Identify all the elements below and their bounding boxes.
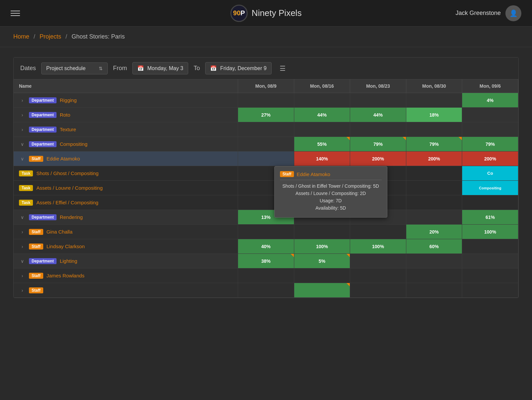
row-name-rigging: Rigging: [60, 97, 77, 103]
options-icon[interactable]: ☰: [280, 64, 286, 72]
badge-dept-lighting: Department: [29, 258, 57, 264]
cell-partial-w2: [294, 283, 350, 298]
breadcrumb-current: Ghost Stories: Paris: [71, 33, 125, 40]
expand-texture[interactable]: ›: [19, 126, 26, 133]
cell-eddie-w1: [238, 151, 294, 166]
name-cell-gina: › Staff Gina Challa: [14, 225, 238, 239]
table-row: › Staff Lindsay Clarkson 40% 100% 100% 6…: [14, 239, 518, 254]
expand-gina[interactable]: ›: [19, 229, 26, 235]
cell-texture-w5: [462, 122, 518, 137]
badge-dept-rendering: Department: [29, 214, 57, 220]
cell-texture-w2: [294, 122, 350, 137]
cell-rigging-w3: [350, 93, 406, 108]
row-name-compositing: Compositing: [60, 141, 87, 147]
badge-task-shots: Task: [19, 170, 33, 176]
tooltip-header: Staff Eddie Atamoko: [280, 171, 382, 180]
tooltip-staff-name: Eddie Atamoko: [297, 171, 330, 177]
cell-gina-w4: 20%: [406, 225, 462, 239]
nav-left: [11, 11, 20, 16]
dates-label: Dates: [20, 65, 36, 72]
badge-task-effiel: Task: [19, 200, 33, 206]
tooltip-badge: Staff: [280, 171, 294, 177]
row-name-task-shots: Shots / Ghost / Compositing: [36, 170, 98, 176]
to-calendar-icon: 📅: [210, 65, 217, 71]
col-header-w2: Mon, 08/16: [294, 79, 350, 93]
row-name-texture: Texture: [60, 127, 76, 132]
breadcrumb-sep1: /: [34, 33, 35, 40]
cell-partial-w4: [406, 283, 462, 298]
row-name-roto: Roto: [60, 112, 70, 118]
name-cell-lighting: ∨ Department Lighting: [14, 254, 238, 268]
cell-roto-w1: 27%: [238, 108, 294, 122]
expand-compositing[interactable]: ∨: [19, 141, 26, 148]
cell-rigging-w4: [406, 93, 462, 108]
cell-rendering-w4: [406, 210, 462, 225]
name-cell-rigging: › Department Rigging: [14, 93, 238, 108]
breadcrumb-sep2: /: [66, 33, 67, 40]
badge-dept-texture: Department: [29, 127, 57, 133]
to-date-value: Friday, December 9: [220, 65, 266, 71]
cell-james-w1: [238, 268, 294, 283]
table-row: › Department Roto 27% 44% 44% 18%: [14, 108, 518, 122]
cell-lindsay-w4: 60%: [406, 239, 462, 254]
row-name-gina: Gina Challa: [47, 229, 72, 235]
breadcrumb-projects[interactable]: Projects: [40, 33, 61, 40]
cell-lighting-w3: [350, 254, 406, 268]
main-content: Dates Project schedule ⇅ From 📅 Monday, …: [0, 47, 532, 308]
cell-lighting-w5: [462, 254, 518, 268]
cell-comp-w2: 55%: [294, 137, 350, 151]
cell-lindsay-w2: 100%: [294, 239, 350, 254]
select-arrows-icon: ⇅: [99, 66, 103, 71]
expand-roto[interactable]: ›: [19, 112, 26, 118]
expand-rendering[interactable]: ∨: [19, 214, 26, 221]
tooltip-task1: Shots / Ghost in Eiffel Tower / Composit…: [280, 183, 382, 189]
logo-circle: 90P: [230, 5, 248, 22]
badge-dept-compositing: Department: [29, 141, 57, 147]
cell-lighting-w1: 38%: [238, 254, 294, 268]
cell-gina-w2: [294, 225, 350, 239]
table-row: Task Assets / Louvre / Compositing Compo…: [14, 181, 518, 195]
expand-rigging[interactable]: ›: [19, 97, 26, 104]
from-date-value: Monday, May 3: [147, 65, 183, 71]
expand-lighting[interactable]: ∨: [19, 258, 26, 264]
expand-eddie[interactable]: ∨: [19, 155, 26, 162]
name-cell-partial: › Staff: [14, 283, 238, 298]
cell-rigging-w5: 4%: [462, 93, 518, 108]
name-cell-task-shots: Task Shots / Ghost / Compositing: [14, 166, 238, 181]
table-row: ∨ Department Compositing 55% 79%: [14, 137, 518, 151]
cell-roto-w3: 44%: [350, 108, 406, 122]
schedule-container: Dates Project schedule ⇅ From 📅 Monday, …: [13, 57, 519, 298]
table-row: ∨ Department Lighting 38% 5%: [14, 254, 518, 268]
table-row: › Department Rigging 4%: [14, 93, 518, 108]
to-date-picker[interactable]: 📅 Friday, December 9: [205, 62, 271, 74]
hamburger-menu[interactable]: [11, 11, 20, 16]
schedule-select[interactable]: Project schedule ⇅: [41, 62, 108, 74]
row-name-rendering: Rendering: [60, 214, 83, 220]
brand-name: Ninety Pixels: [252, 8, 302, 18]
cell-shots-w5: Co: [462, 166, 518, 181]
table-header-row: Name Mon, 08/9 Mon, 08/16 Mon, 08/23 Mon…: [14, 79, 518, 93]
cell-louvre-w5: Compositing: [462, 181, 518, 195]
cell-rigging-w2: [294, 93, 350, 108]
badge-staff-eddie: Staff: [29, 156, 43, 162]
schedule-table: Name Mon, 08/9 Mon, 08/16 Mon, 08/23 Mon…: [14, 79, 518, 298]
avatar: 👤: [505, 5, 521, 21]
name-cell-rendering: ∨ Department Rendering: [14, 210, 238, 225]
cell-gina-w3: [350, 225, 406, 239]
cell-roto-w5: [462, 108, 518, 122]
row-name-lindsay: Lindsay Clarkson: [47, 244, 85, 249]
cell-lighting-w4: [406, 254, 462, 268]
expand-lindsay[interactable]: ›: [19, 243, 26, 250]
cell-texture-w1: [238, 122, 294, 137]
breadcrumb-home[interactable]: Home: [13, 33, 29, 40]
cell-effiel-w5: [462, 195, 518, 210]
tooltip-popup: Staff Eddie Atamoko Shots / Ghost in Eif…: [274, 166, 387, 218]
name-cell-roto: › Department Roto: [14, 108, 238, 122]
cell-comp-w4: 79%: [406, 137, 462, 151]
expand-james[interactable]: ›: [19, 272, 26, 279]
from-date-picker[interactable]: 📅 Monday, May 3: [132, 62, 188, 74]
cell-lindsay-w3: 100%: [350, 239, 406, 254]
tooltip-usage: Usage: 7D: [280, 198, 382, 203]
badge-staff-partial: Staff: [29, 287, 43, 293]
expand-partial[interactable]: ›: [19, 287, 26, 294]
